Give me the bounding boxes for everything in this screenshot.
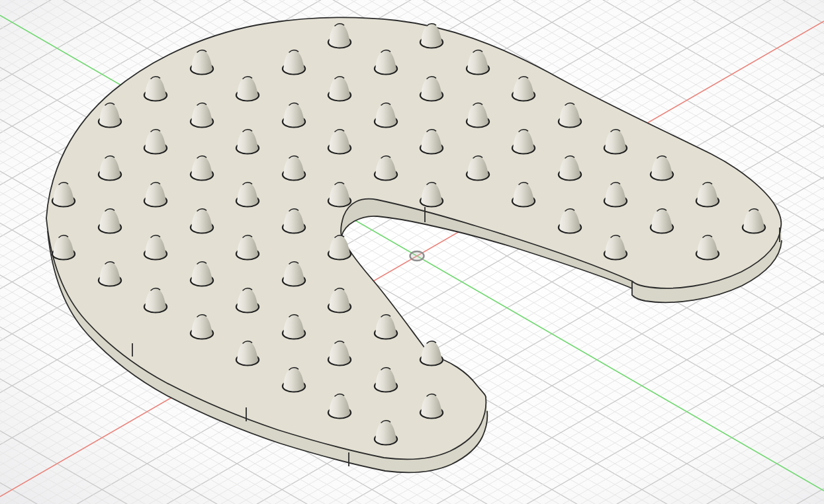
origin-marker-ring <box>410 251 424 261</box>
cad-viewport[interactable] <box>0 0 824 504</box>
origin-marker <box>410 251 424 261</box>
viewport-canvas[interactable] <box>0 0 824 504</box>
